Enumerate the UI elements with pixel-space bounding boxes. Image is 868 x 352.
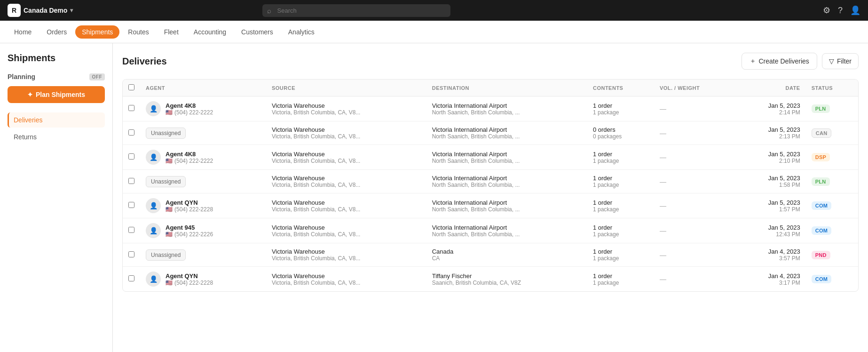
header-date: DATE xyxy=(736,80,805,96)
sidebar-item-deliveries[interactable]: Deliveries xyxy=(8,112,105,128)
date-primary: Jan 5, 2023 xyxy=(742,175,800,182)
status-badge: PND xyxy=(812,251,830,259)
agent-name: Agent 4K8 xyxy=(166,151,213,158)
user-icon[interactable]: 👤 xyxy=(850,5,860,16)
agent-info: Agent QYN🇺🇸 (504) 222-2228 xyxy=(166,199,213,213)
nav-item-routes[interactable]: Routes xyxy=(121,25,155,39)
source-secondary: Victoria, British Columbia, CA, V8... xyxy=(272,133,421,140)
filter-button[interactable]: ▽ Filter xyxy=(822,53,859,69)
app-logo[interactable]: R Canada Demo ▾ xyxy=(8,4,73,17)
source-primary: Victoria Warehouse xyxy=(272,102,421,109)
header-actions: ＋ Create Deliveries ▽ Filter xyxy=(742,53,859,70)
nav-item-fleet[interactable]: Fleet xyxy=(158,25,185,39)
vol-weight-value: — xyxy=(660,178,666,185)
agent-phone: 🇺🇸 (504) 222-2228 xyxy=(166,206,213,213)
vol-weight-cell: — xyxy=(654,96,736,121)
source-primary: Victoria Warehouse xyxy=(272,151,421,158)
row-checkbox[interactable] xyxy=(128,153,134,160)
date-primary: Jan 4, 2023 xyxy=(742,248,800,255)
create-deliveries-button[interactable]: ＋ Create Deliveries xyxy=(742,53,817,70)
status-cell: PLN xyxy=(806,96,858,121)
row-checkbox[interactable] xyxy=(128,251,134,257)
help-icon[interactable]: ? xyxy=(838,6,843,16)
company-name: Canada Demo xyxy=(24,7,67,14)
header-agent: AGENT xyxy=(140,80,266,96)
row-checkbox[interactable] xyxy=(128,178,134,184)
source-primary: Victoria Warehouse xyxy=(272,224,421,231)
dest-secondary: North Saanich, British Columbia, ... xyxy=(432,182,582,188)
header-status: STATUS xyxy=(806,80,858,96)
table-header-row: AGENT SOURCE DESTINATION CONTENTS VOL. /… xyxy=(123,80,858,96)
destination-cell: CanadaCA xyxy=(426,243,587,267)
agent-avatar: 👤 xyxy=(146,198,161,213)
row-checkbox[interactable] xyxy=(128,202,134,208)
contents-primary: 1 order xyxy=(593,175,648,182)
flag-icon: 🇺🇸 xyxy=(166,280,173,286)
source-primary: Victoria Warehouse xyxy=(272,272,421,280)
row-checkbox[interactable] xyxy=(128,129,134,136)
nav-item-shipments[interactable]: Shipments xyxy=(75,25,119,39)
source-secondary: Victoria, British Columbia, CA, V8... xyxy=(272,231,421,238)
source-cell: Victoria WarehouseVictoria, British Colu… xyxy=(266,193,426,218)
status-cell: PLN xyxy=(806,170,858,193)
destination-cell: Victoria International AirportNorth Saan… xyxy=(426,193,587,218)
contents-secondary: 1 package xyxy=(593,231,648,238)
table-row: 👤Agent 4K8🇺🇸 (504) 222-2222Victoria Ware… xyxy=(123,96,858,121)
flag-icon: 🇺🇸 xyxy=(166,206,173,213)
page-title: Deliveries xyxy=(122,56,167,67)
row-checkbox[interactable] xyxy=(128,275,134,281)
nav-item-analytics[interactable]: Analytics xyxy=(282,25,321,39)
nav-item-home[interactable]: Home xyxy=(8,25,38,39)
sidebar: Shipments Planning OFF ✦ Plan Shipments … xyxy=(0,43,113,352)
nav-item-orders[interactable]: Orders xyxy=(40,25,73,39)
destination-cell: Victoria International AirportNorth Saan… xyxy=(426,96,587,121)
gear-icon[interactable]: ⚙ xyxy=(823,5,830,16)
select-all-checkbox[interactable] xyxy=(128,84,134,90)
contents-cell: 1 order1 package xyxy=(587,218,654,243)
nav-item-accounting[interactable]: Accounting xyxy=(187,25,233,39)
status-cell: COM xyxy=(806,267,858,292)
plan-shipments-button[interactable]: ✦ Plan Shipments xyxy=(8,86,105,103)
contents-primary: 1 order xyxy=(593,102,648,109)
table-row: 👤Agent QYN🇺🇸 (504) 222-2228Victoria Ware… xyxy=(123,193,858,218)
contents-cell: 1 order1 package xyxy=(587,267,654,292)
planning-off-badge: OFF xyxy=(89,73,105,80)
deliveries-table: AGENT SOURCE DESTINATION CONTENTS VOL. /… xyxy=(123,80,858,291)
agent-avatar: 👤 xyxy=(146,223,161,238)
source-cell: Victoria WarehouseVictoria, British Colu… xyxy=(266,267,426,292)
row-checkbox[interactable] xyxy=(128,227,134,233)
contents-primary: 1 order xyxy=(593,199,648,206)
agent-name: Agent 4K8 xyxy=(166,102,213,109)
vol-weight-value: — xyxy=(660,275,666,283)
header-vol-weight: VOL. / WEIGHT xyxy=(654,80,736,96)
flag-icon: 🇺🇸 xyxy=(166,109,173,116)
vol-weight-value: — xyxy=(660,153,666,161)
unassigned-badge: Unassigned xyxy=(146,176,186,187)
source-primary: Victoria Warehouse xyxy=(272,126,421,133)
contents-cell: 0 orders0 packages xyxy=(587,121,654,145)
table-row: UnassignedVictoria WarehouseVictoria, Br… xyxy=(123,121,858,145)
date-cell: Jan 5, 20232:10 PM xyxy=(736,145,805,170)
contents-cell: 1 order1 package xyxy=(587,170,654,193)
search-input[interactable] xyxy=(262,4,450,17)
contents-primary: 1 order xyxy=(593,224,648,231)
row-checkbox[interactable] xyxy=(128,105,134,111)
source-primary: Victoria Warehouse xyxy=(272,199,421,206)
status-cell: DSP xyxy=(806,145,858,170)
plus-icon: ＋ xyxy=(750,57,756,65)
destination-cell: Victoria International AirportNorth Saan… xyxy=(426,218,587,243)
sidebar-item-returns[interactable]: Returns xyxy=(8,129,105,144)
contents-primary: 1 order xyxy=(593,151,648,158)
status-badge: PLN xyxy=(812,104,830,113)
contents-secondary: 1 package xyxy=(593,158,648,164)
date-secondary: 1:57 PM xyxy=(742,206,800,213)
dest-primary: Tiffany Fischer xyxy=(432,272,582,280)
filter-btn-label: Filter xyxy=(837,57,852,65)
vol-weight-cell: — xyxy=(654,267,736,292)
planning-label: Planning xyxy=(8,73,35,80)
dest-primary: Victoria International Airport xyxy=(432,151,582,158)
nav-item-customers[interactable]: Customers xyxy=(235,25,280,39)
topbar: R Canada Demo ▾ ⚙ ? 👤 xyxy=(0,0,868,21)
destination-cell: Victoria International AirportNorth Saan… xyxy=(426,121,587,145)
agent-phone: 🇺🇸 (504) 222-2226 xyxy=(166,231,213,238)
